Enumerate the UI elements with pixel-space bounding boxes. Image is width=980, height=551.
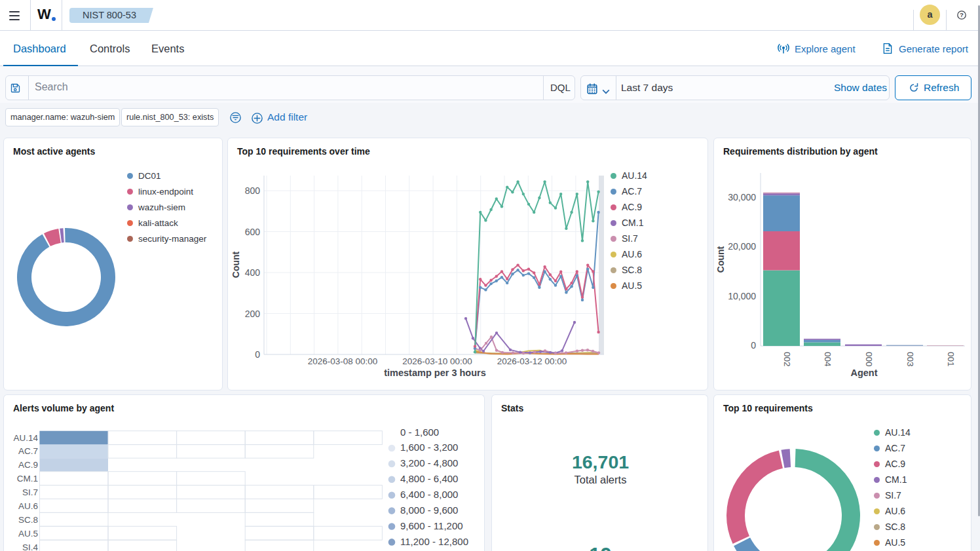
svg-text:4,800 - 6,400: 4,800 - 6,400 bbox=[400, 473, 458, 484]
svg-text:3,200 - 4,800: 3,200 - 4,800 bbox=[400, 457, 458, 468]
svg-text:20,000: 20,000 bbox=[728, 241, 756, 252]
svg-text:0 - 1,600: 0 - 1,600 bbox=[400, 427, 439, 438]
svg-text:001: 001 bbox=[946, 352, 956, 367]
svg-text:AC.7: AC.7 bbox=[18, 446, 38, 456]
svg-text:003: 003 bbox=[905, 352, 915, 367]
svg-text:CM.1: CM.1 bbox=[17, 474, 38, 484]
svg-text:004: 004 bbox=[823, 352, 833, 367]
svg-text:200: 200 bbox=[245, 309, 261, 319]
svg-text:9,600 - 11,200: 9,600 - 11,200 bbox=[400, 520, 463, 531]
svg-text:30,000: 30,000 bbox=[728, 192, 756, 202]
svg-text:600: 600 bbox=[245, 227, 261, 237]
svg-text:2026-03-10 00:00: 2026-03-10 00:00 bbox=[402, 356, 472, 366]
svg-text:1,600 - 3,200: 1,600 - 3,200 bbox=[400, 442, 458, 453]
svg-text:0: 0 bbox=[751, 340, 756, 351]
svg-text:0: 0 bbox=[255, 349, 260, 360]
svg-text:10,000: 10,000 bbox=[728, 291, 756, 301]
svg-text:800: 800 bbox=[245, 185, 261, 196]
svg-text:?: ? bbox=[960, 11, 964, 18]
svg-text:AU.6: AU.6 bbox=[18, 501, 38, 511]
svg-text:AU.14: AU.14 bbox=[13, 433, 38, 443]
svg-text:Count: Count bbox=[715, 246, 726, 273]
svg-text:11,200 - 12,800: 11,200 - 12,800 bbox=[400, 536, 468, 547]
svg-text:002: 002 bbox=[782, 352, 792, 367]
svg-text:AU.5: AU.5 bbox=[18, 529, 38, 539]
svg-text:SI.4: SI.4 bbox=[22, 542, 39, 551]
svg-text:8,000 - 9,600: 8,000 - 9,600 bbox=[400, 504, 458, 516]
svg-text:2026-03-12 00:00: 2026-03-12 00:00 bbox=[497, 356, 567, 366]
svg-text:Count: Count bbox=[231, 251, 241, 278]
svg-text:Agent: Agent bbox=[850, 368, 877, 378]
svg-text:6,400 - 8,000: 6,400 - 8,000 bbox=[400, 489, 458, 500]
svg-text:AC.9: AC.9 bbox=[18, 460, 38, 470]
svg-text:000: 000 bbox=[864, 352, 874, 367]
svg-text:400: 400 bbox=[245, 267, 261, 278]
svg-text:2026-03-08 00:00: 2026-03-08 00:00 bbox=[308, 356, 378, 366]
svg-text:SI.7: SI.7 bbox=[22, 487, 38, 497]
svg-text:SC.8: SC.8 bbox=[18, 515, 38, 525]
svg-text:timestamp per 3 hours: timestamp per 3 hours bbox=[384, 368, 486, 378]
